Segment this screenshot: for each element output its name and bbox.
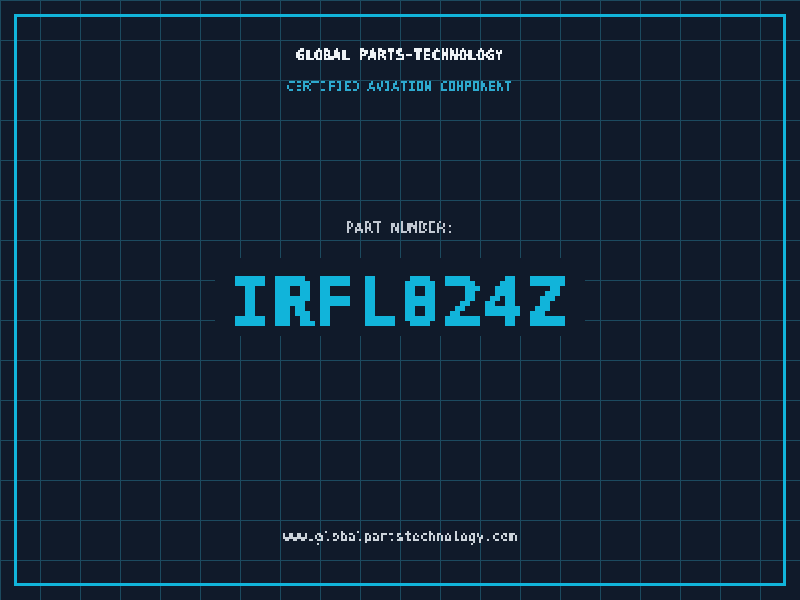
certificate-card: GLOBAL PARTS-TECHNOLOGY CERTIFIED AVIATI… xyxy=(0,0,800,600)
website-url-canvas xyxy=(281,525,519,547)
certification-subtitle-canvas xyxy=(285,75,515,97)
part-number-row: IRFL024Z xyxy=(0,258,800,336)
part-number-value-canvas xyxy=(215,258,585,336)
subtitle-row: CERTIFIED AVIATION COMPONENT xyxy=(0,75,800,97)
part-label-row: PART NUMBER: xyxy=(0,215,800,239)
part-number-label-canvas xyxy=(343,215,457,239)
header-row: GLOBAL PARTS-TECHNOLOGY xyxy=(0,42,800,66)
footer-row: www.globalpartstechnology.com xyxy=(0,525,800,547)
company-title-canvas xyxy=(294,42,506,66)
